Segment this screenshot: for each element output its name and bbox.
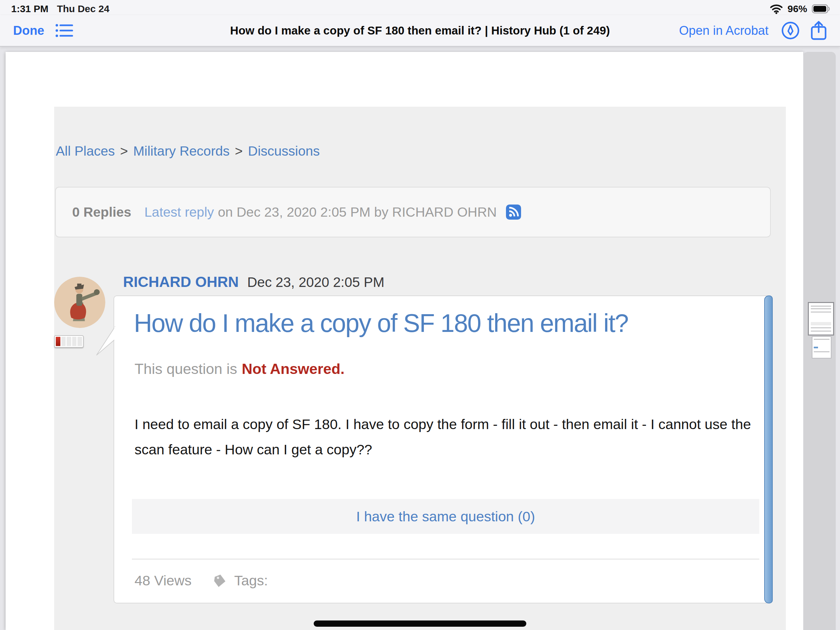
markup-icon[interactable] xyxy=(781,21,800,40)
breadcrumb-all-places[interactable]: All Places xyxy=(56,144,115,159)
breadcrumb-discussions[interactable]: Discussions xyxy=(248,144,320,159)
replies-summary-bar: 0 Replies Latest reply on Dec 23, 2020 2… xyxy=(55,187,771,237)
level-segment xyxy=(72,337,77,346)
thumbnail-content-line xyxy=(811,327,831,328)
thumbnail-content-line xyxy=(811,312,831,313)
status-bar: 1:31 PM Thu Dec 24 96% xyxy=(0,0,840,15)
done-button[interactable]: Done xyxy=(13,24,44,38)
level-segment-filled xyxy=(56,337,60,346)
latest-reply-meta: on Dec 23, 2020 2:05 PM by RICHARD OHRN xyxy=(218,204,497,220)
toolbar: Done How do I make a copy of SF 180 then… xyxy=(0,15,840,47)
views-count: 48 Views xyxy=(134,573,192,589)
author-name-link[interactable]: RICHARD OHRN xyxy=(123,274,239,291)
tags-label: Tags: xyxy=(234,573,268,589)
battery-percent: 96% xyxy=(788,3,807,14)
avatar-figure xyxy=(54,277,105,328)
thumbnail-content-line xyxy=(811,308,831,309)
question-card: How do I make a copy of SF 180 then emai… xyxy=(114,296,773,603)
status-right: 96% xyxy=(770,3,830,14)
breadcrumb-separator: > xyxy=(235,144,243,159)
replies-count: 0 Replies xyxy=(72,204,131,220)
wifi-icon xyxy=(770,4,783,14)
breadcrumb-separator: > xyxy=(120,144,128,159)
question-status-line: This question isNot Answered. xyxy=(134,361,344,378)
card-scroll-strip[interactable] xyxy=(764,296,773,603)
level-segment xyxy=(62,337,66,346)
speech-bubble-pointer xyxy=(96,326,115,356)
level-segment xyxy=(77,337,82,346)
clock-date: Thu Dec 24 xyxy=(57,3,109,14)
latest-reply-link[interactable]: Latest reply xyxy=(144,204,214,220)
battery-icon xyxy=(812,4,830,13)
card-footer: 48 Views Tags: xyxy=(134,573,268,589)
page-thumbnail-track[interactable] xyxy=(803,52,836,630)
screen: 1:31 PM Thu Dec 24 96% xyxy=(0,0,840,630)
clock-time: 1:31 PM xyxy=(11,3,48,14)
post-date: Dec 23, 2020 2:05 PM xyxy=(248,274,385,290)
question-body: I need to email a copy of SF 180. I have… xyxy=(134,412,752,462)
breadcrumb-military-records[interactable]: Military Records xyxy=(133,144,230,159)
question-status-prefix: This question is xyxy=(134,361,237,377)
card-divider xyxy=(132,559,759,559)
thumbnail-content-line xyxy=(811,331,831,332)
tag-icon xyxy=(211,573,227,589)
rss-icon[interactable] xyxy=(506,204,521,220)
author-line: RICHARD OHRN Dec 23, 2020 2:05 PM xyxy=(123,274,384,291)
page-thumbnail-1-current[interactable] xyxy=(808,302,834,336)
user-level-indicator xyxy=(54,335,84,348)
avatar[interactable] xyxy=(54,277,105,328)
question-title: How do I make a copy of SF 180 then emai… xyxy=(134,309,628,338)
thumbnail-content-line xyxy=(814,351,829,352)
open-in-acrobat-button[interactable]: Open in Acrobat xyxy=(679,24,769,38)
breadcrumb: All Places > Military Records > Discussi… xyxy=(56,144,320,159)
pdf-page: All Places > Military Records > Discussi… xyxy=(6,52,803,630)
question-status-value: Not Answered. xyxy=(242,361,344,377)
level-segment xyxy=(66,337,71,346)
page-thumbnail-2[interactable] xyxy=(812,336,832,358)
same-question-button[interactable]: I have the same question (0) xyxy=(132,499,759,534)
pdf-viewer-content: All Places > Military Records > Discussi… xyxy=(0,47,840,630)
table-of-contents-icon[interactable] xyxy=(55,23,74,38)
thumbnail-content-line xyxy=(814,339,829,340)
document-title: How do I make a copy of SF 180 then emai… xyxy=(230,24,609,37)
home-indicator[interactable] xyxy=(314,621,526,627)
thumbnail-content-line xyxy=(811,306,831,307)
status-left: 1:31 PM Thu Dec 24 xyxy=(11,3,109,14)
thumbnail-content-line xyxy=(811,322,831,325)
forum-page-background: All Places > Military Records > Discussi… xyxy=(54,107,786,630)
share-icon[interactable] xyxy=(810,21,827,41)
thumbnail-content-line xyxy=(814,347,818,348)
